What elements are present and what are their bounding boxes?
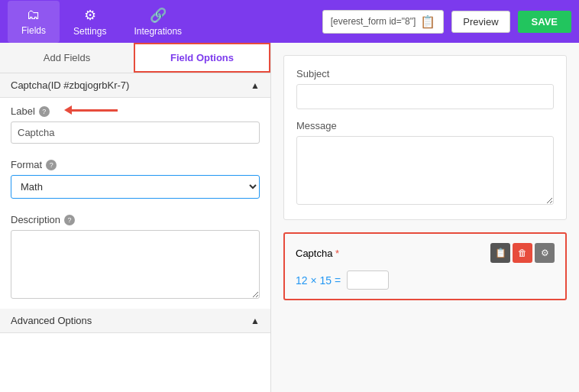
shortcode-text: [everest_form id="8"] <box>331 16 416 27</box>
advanced-chevron-icon: ▲ <box>251 316 260 326</box>
fields-icon: 🗂 <box>27 7 40 23</box>
clipboard-button[interactable]: 📋 <box>420 15 435 29</box>
shortcode-box: [everest_form id="8"] 📋 <box>322 10 445 34</box>
nav-bar: 🗂 Fields ⚙ Settings 🔗 Integrations <box>8 1 315 43</box>
tabs-header: Add Fields Field Options <box>0 43 270 73</box>
advanced-options-header[interactable]: Advanced Options ▲ <box>0 309 270 333</box>
message-label: Message <box>296 120 554 131</box>
tab-add-fields[interactable]: Add Fields <box>0 43 134 73</box>
captcha-copy-button[interactable]: 📋 <box>490 243 510 263</box>
captcha-label: Captcha <box>296 248 332 259</box>
captcha-actions: 📋 🗑 ⚙ <box>490 243 555 263</box>
format-help-icon[interactable]: ? <box>46 160 57 170</box>
nav-item-fields[interactable]: 🗂 Fields <box>8 1 60 43</box>
save-button[interactable]: SAVE <box>518 11 571 33</box>
captcha-equation-text: 12 × 15 = <box>296 274 341 287</box>
settings-icon: ⚙ <box>84 7 96 24</box>
label-field-header: Label ? <box>11 105 260 117</box>
form-preview-area: Subject Message <box>283 55 567 220</box>
captcha-equation: 12 × 15 = <box>296 271 555 290</box>
section-title: Captcha(ID #zbqjogrbKr-7) <box>11 79 129 91</box>
message-textarea[interactable] <box>296 136 554 205</box>
arrow-head <box>64 105 72 115</box>
description-field-header: Description ? <box>11 214 260 225</box>
tab-field-options[interactable]: Field Options <box>134 43 270 73</box>
toolbar: 🗂 Fields ⚙ Settings 🔗 Integrations [ever… <box>0 0 579 43</box>
label-text: Label <box>11 105 35 117</box>
nav-item-settings[interactable]: ⚙ Settings <box>60 1 120 43</box>
subject-input[interactable] <box>296 84 554 109</box>
format-select[interactable]: Math Image <box>11 175 260 199</box>
preview-button[interactable]: Preview <box>451 11 509 33</box>
format-field-header: Format ? <box>11 159 260 170</box>
format-text: Format <box>11 159 42 170</box>
captcha-answer-input[interactable] <box>347 271 389 290</box>
captcha-header: Captcha * 📋 🗑 ⚙ <box>296 243 555 263</box>
left-panel: Add Fields Field Options Captcha(ID #zbq… <box>0 43 271 392</box>
captcha-required-indicator: * <box>335 248 339 259</box>
main-layout: Add Fields Field Options Captcha(ID #zbq… <box>0 43 579 392</box>
description-group: Description ? <box>0 206 270 309</box>
arrow-line <box>72 109 118 112</box>
format-group: Format ? Math Image <box>0 151 270 206</box>
nav-integrations-label: Integrations <box>134 26 182 37</box>
advanced-options-label: Advanced Options <box>11 315 92 326</box>
label-group: Label ? <box>0 98 270 151</box>
description-help-icon[interactable]: ? <box>64 215 75 225</box>
integrations-icon: 🔗 <box>150 7 167 24</box>
label-input[interactable] <box>11 121 260 144</box>
nav-settings-label: Settings <box>73 26 106 37</box>
captcha-delete-button[interactable]: 🗑 <box>513 243 532 263</box>
section-captcha-header: Captcha(ID #zbqjogrbKr-7) ▲ <box>0 73 270 98</box>
description-textarea[interactable] <box>11 230 260 299</box>
captcha-settings-button[interactable]: ⚙ <box>535 243 555 263</box>
chevron-up-icon: ▲ <box>251 80 260 91</box>
captcha-widget: Captcha * 📋 🗑 ⚙ 12 × 15 = <box>283 232 567 300</box>
red-arrow-annotation <box>64 105 118 115</box>
subject-label: Subject <box>296 68 554 79</box>
description-text: Description <box>11 214 60 225</box>
nav-item-integrations[interactable]: 🔗 Integrations <box>120 1 196 43</box>
label-help-icon[interactable]: ? <box>39 106 50 117</box>
captcha-label-container: Captcha * <box>296 248 339 259</box>
right-panel: Subject Message Captcha * 📋 🗑 ⚙ 12 × 15 … <box>271 43 579 392</box>
nav-fields-label: Fields <box>21 25 46 36</box>
